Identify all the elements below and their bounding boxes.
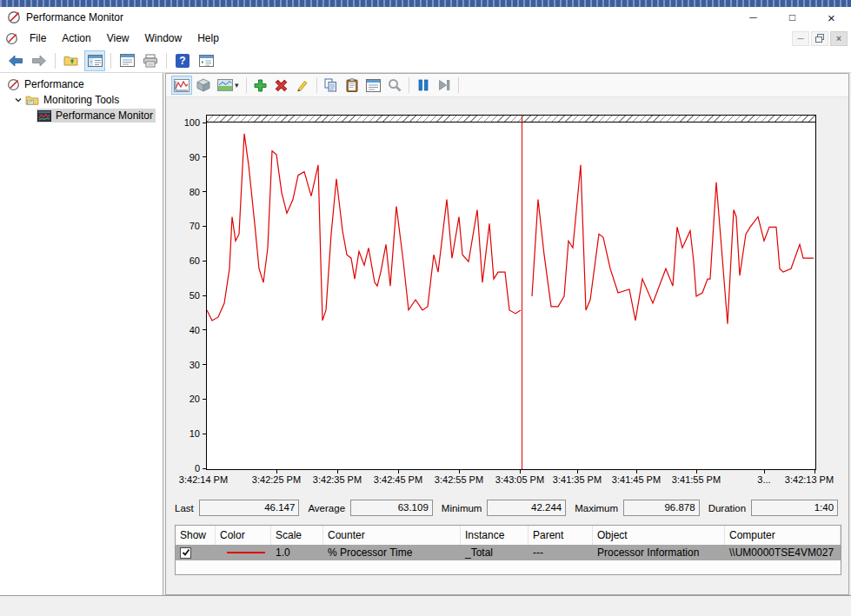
x-tick-mark (764, 470, 765, 474)
plot-area (206, 115, 816, 470)
x-tick-label: 3... (757, 474, 770, 485)
stat-maximum: Maximum 96.878 (575, 500, 708, 516)
change-graph-type-button[interactable]: ▾ (215, 76, 242, 95)
x-tick-label: 3:42:14 PM (179, 474, 228, 485)
background-window-strip (0, 0, 851, 7)
menu-file[interactable]: File (22, 30, 54, 47)
print-button[interactable] (140, 50, 161, 71)
x-tick-mark (696, 470, 697, 474)
counter-color-swatch (227, 552, 265, 553)
y-tick-label: 60 (189, 255, 206, 266)
close-button[interactable]: × (812, 7, 851, 28)
toolbar-separator (55, 53, 56, 69)
toolbar-separator (409, 77, 409, 93)
col-parent[interactable]: Parent (529, 526, 593, 545)
counter-row[interactable]: 1.0 % Processor Time _Total --- Processo… (176, 545, 841, 560)
stat-last: Last 46.147 (175, 500, 308, 516)
view-current-activity-button[interactable] (171, 76, 192, 95)
menu-help[interactable]: Help (189, 30, 227, 47)
mdi-restore-button[interactable] (811, 31, 828, 46)
perfmon-chart-icon (37, 110, 51, 122)
stat-duration: Duration 1:40 (708, 500, 841, 516)
paste-counter-list-button[interactable] (342, 76, 362, 95)
highlight-button[interactable] (293, 76, 312, 95)
menu-action[interactable]: Action (54, 30, 98, 47)
maximize-button[interactable]: □ (773, 7, 812, 28)
stat-value: 63.109 (350, 500, 433, 516)
stat-label: Average (308, 503, 345, 513)
view-log-data-button[interactable] (194, 76, 213, 95)
mdi-close-button[interactable]: × (830, 31, 848, 46)
x-tick-mark (814, 470, 815, 474)
update-data-button[interactable] (435, 76, 454, 95)
perfmon-logo-icon (7, 10, 21, 24)
chart-properties-button[interactable] (363, 76, 383, 95)
col-computer[interactable]: Computer (725, 526, 841, 545)
minimize-button[interactable]: ─ (734, 7, 773, 28)
x-tick-mark (337, 470, 338, 474)
x-tick-mark (276, 470, 277, 474)
tree-item-performance-monitor[interactable]: Performance Monitor (0, 108, 163, 123)
stat-label: Duration (708, 503, 746, 513)
back-button[interactable] (5, 50, 26, 71)
stat-value: 1:40 (751, 500, 838, 516)
col-scale[interactable]: Scale (271, 526, 323, 545)
x-tick-mark (459, 470, 460, 474)
mdi-minimize-button[interactable]: ─ (792, 31, 809, 46)
perfmon-logo-icon-small (5, 32, 18, 45)
tree-item-performance[interactable]: Performance (0, 76, 163, 92)
chevron-down-icon[interactable]: ▾ (235, 81, 239, 89)
toolbar-separator (316, 77, 317, 93)
freeze-display-button[interactable] (414, 76, 433, 95)
performance-monitor-pane: ▾ (165, 73, 849, 595)
counter-object: Processor Information (593, 545, 725, 560)
main-toolbar: ? (0, 49, 851, 73)
x-tick-mark (398, 470, 399, 474)
stat-value: 46.147 (199, 500, 300, 516)
delete-counter-button[interactable] (272, 76, 291, 95)
col-counter[interactable]: Counter (323, 526, 461, 545)
counter-computer: \\UM0000TSE4VM027 (725, 545, 841, 560)
y-tick-label: 50 (189, 290, 206, 301)
y-tick-label: 10 (189, 428, 206, 439)
stat-label: Last (175, 503, 194, 513)
menu-window[interactable]: Window (137, 30, 190, 47)
y-axis: 1009080706050403020100 (175, 115, 206, 470)
y-tick-label: 100 (184, 117, 206, 128)
y-tick-label: 40 (189, 325, 206, 335)
console-window-button[interactable] (196, 50, 216, 71)
col-instance[interactable]: Instance (461, 526, 529, 545)
menu-view[interactable]: View (99, 30, 137, 47)
properties-button[interactable] (116, 50, 137, 71)
col-show[interactable]: Show (176, 526, 216, 545)
up-one-level-button[interactable] (61, 50, 82, 71)
counter-instance: _Total (461, 545, 529, 560)
console-tree-panel: Performance Monitoring Tools Performance… (0, 73, 163, 595)
series-plot (207, 123, 815, 469)
time-marker (522, 116, 522, 469)
toolbar-separator (246, 77, 247, 93)
forward-button[interactable] (29, 50, 50, 71)
show-hide-console-tree-button[interactable] (84, 50, 105, 71)
counter-scale: 1.0 (271, 545, 323, 560)
x-tick-mark (636, 470, 637, 474)
y-tick-label: 90 (189, 152, 206, 162)
tree-item-label: Performance (24, 78, 84, 90)
x-tick-label: 3:41:55 PM (672, 474, 721, 485)
copy-properties-button[interactable] (322, 76, 341, 95)
add-counter-button[interactable] (251, 76, 270, 95)
chevron-down-icon[interactable] (14, 96, 23, 104)
window-title: Performance Monitor (26, 11, 123, 23)
x-tick-label: 3:42:35 PM (313, 474, 362, 485)
help-button[interactable]: ? (172, 50, 193, 71)
y-tick-label: 0 (195, 463, 206, 474)
stat-value: 96.878 (623, 500, 700, 516)
show-checkbox[interactable] (180, 547, 191, 559)
y-tick-label: 20 (189, 394, 206, 404)
zoom-button[interactable] (385, 76, 404, 95)
col-object[interactable]: Object (593, 526, 725, 545)
monitoring-tools-folder-icon (25, 95, 39, 106)
col-color[interactable]: Color (216, 526, 271, 545)
counter-legend: Show Color Scale Counter Instance Parent… (175, 525, 841, 575)
tree-item-monitoring-tools[interactable]: Monitoring Tools (0, 92, 163, 108)
